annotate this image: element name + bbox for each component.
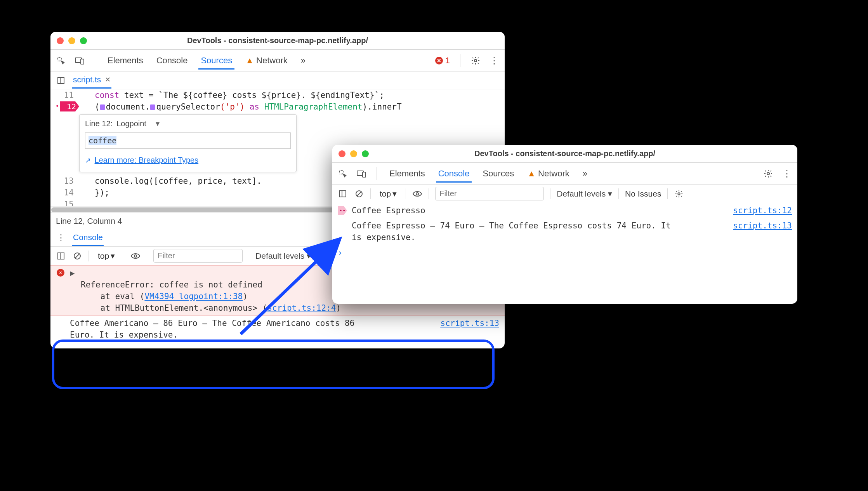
breakpoint-editor: Line 12: Logpoint ▾ coffee ↗ Learn more:… <box>79 114 297 172</box>
bp-expression-input[interactable]: coffee <box>85 132 291 149</box>
property-chip-icon <box>150 104 155 110</box>
bp-line-label: Line 12: <box>85 118 113 129</box>
traffic-lights <box>57 37 87 44</box>
panel-tabs: Elements Console Sources ▲ Network » ✕ 1… <box>50 50 505 71</box>
log-source-link[interactable]: script.ts:13 <box>733 221 792 230</box>
file-tab-close-icon[interactable]: ✕ <box>105 75 111 84</box>
more-tabs[interactable]: » <box>299 52 308 70</box>
device-toolbar-icon[interactable] <box>356 169 366 179</box>
more-tabs[interactable]: » <box>580 165 590 183</box>
log-levels-dropdown[interactable]: Default levels ▾ <box>557 189 612 198</box>
logpoint-marker[interactable]: 12 <box>60 101 79 111</box>
kebab-menu-icon[interactable]: ⋮ <box>489 56 499 66</box>
clear-console-icon[interactable] <box>354 189 364 199</box>
logpoint-text: Coffee Espresso <box>352 205 425 216</box>
gutter-line-15[interactable]: 15 <box>50 198 79 206</box>
gutter-line-12[interactable]: •• 12 <box>50 101 79 112</box>
tab-sources[interactable]: Sources <box>198 52 234 70</box>
tab-elements[interactable]: Elements <box>387 165 427 183</box>
traffic-lights <box>339 150 369 157</box>
context-selector[interactable]: top ▾ <box>377 188 399 200</box>
kebab-menu-icon[interactable]: ⋮ <box>782 169 792 179</box>
live-expression-icon[interactable] <box>412 189 422 199</box>
kebab-menu-icon[interactable]: ⋮ <box>56 233 66 243</box>
warning-icon: ▲ <box>245 56 254 65</box>
svg-line-19 <box>357 192 361 196</box>
bp-type-dropdown[interactable]: Logpoint ▾ <box>116 118 160 129</box>
console-logpoint-row[interactable]: •• Coffee Espresso script.ts:12 <box>332 203 797 218</box>
stack-link-script[interactable]: script.ts:12:4 <box>267 303 336 313</box>
drawer-tab-console[interactable]: Console <box>72 230 104 246</box>
error-body: ReferenceError: coffee is not defined at… <box>81 267 341 314</box>
code-line-14: }); <box>79 187 109 198</box>
inspect-element-icon[interactable] <box>56 56 66 66</box>
file-tab-strip: script.ts ✕ <box>50 71 505 89</box>
close-window-button[interactable] <box>57 37 64 44</box>
svg-point-3 <box>474 59 477 62</box>
zoom-window-button[interactable] <box>362 150 369 157</box>
external-link-icon: ↗ <box>85 157 91 164</box>
panel-tabs: Elements Console Sources ▲ Network » ⋮ <box>332 163 797 185</box>
property-chip-icon <box>100 104 105 110</box>
gutter-line-14[interactable]: 14 <box>50 187 79 198</box>
tab-console[interactable]: Console <box>436 165 472 183</box>
tab-elements[interactable]: Elements <box>105 52 146 70</box>
bp-learn-more-link[interactable]: Learn more: Breakpoint Types <box>95 156 199 164</box>
close-window-button[interactable] <box>339 150 345 157</box>
tab-network[interactable]: ▲ Network <box>525 165 572 183</box>
devtools-window-console: DevTools - consistent-source-map-pc.netl… <box>332 145 797 304</box>
code-line-13: console.log([coffee, price, text]. <box>79 175 262 187</box>
settings-icon[interactable] <box>470 56 481 66</box>
issues-button[interactable]: No Issues <box>625 189 661 198</box>
gutter-line-11[interactable]: 11 <box>50 89 79 101</box>
svg-rect-6 <box>58 253 64 259</box>
console-input[interactable]: › <box>332 245 797 261</box>
minimize-window-button[interactable] <box>68 37 75 44</box>
console-log-row[interactable]: Coffee Espresso – 74 Euro – The Coffee E… <box>332 218 797 245</box>
sidebar-toggle-icon[interactable] <box>56 251 66 261</box>
navigator-toggle-icon[interactable] <box>56 75 66 85</box>
titlebar: DevTools - consistent-source-map-pc.netl… <box>332 145 797 163</box>
gutter-line-13[interactable]: 13 <box>50 175 79 187</box>
minimize-window-button[interactable] <box>350 150 357 157</box>
expand-icon[interactable]: ▶ <box>70 267 76 279</box>
log-levels-dropdown[interactable]: Default levels ▾ <box>255 251 311 261</box>
clear-console-icon[interactable] <box>72 251 82 261</box>
svg-rect-16 <box>340 191 346 197</box>
console-settings-icon[interactable] <box>674 189 684 199</box>
file-tab-script-ts[interactable]: script.ts ✕ <box>72 72 111 89</box>
inspect-element-icon[interactable] <box>338 169 348 179</box>
live-expression-icon[interactable] <box>130 251 141 261</box>
console-filter-input[interactable] <box>153 249 243 263</box>
context-selector[interactable]: top ▾ <box>95 250 118 262</box>
chevron-down-icon: ▾ <box>608 189 612 198</box>
tab-separator <box>95 54 95 67</box>
window-title: DevTools - consistent-source-map-pc.netl… <box>332 149 797 158</box>
svg-rect-14 <box>363 172 366 177</box>
bp-learn-more: ↗ Learn more: Breakpoint Types <box>85 154 291 166</box>
zoom-window-button[interactable] <box>80 37 87 44</box>
console-log-row[interactable]: Coffee Americano – 86 Euro – The Coffee … <box>50 316 505 342</box>
tab-sources[interactable]: Sources <box>480 165 516 183</box>
code-line-15 <box>79 198 95 206</box>
warning-icon: ▲ <box>527 169 536 178</box>
console-filter-input[interactable] <box>435 187 544 200</box>
log-source-link[interactable]: script.ts:13 <box>440 319 499 328</box>
svg-line-9 <box>75 254 80 258</box>
log-text: Coffee Americano – 86 Euro – The Coffee … <box>70 317 365 341</box>
sidebar-toggle-icon[interactable] <box>338 189 348 199</box>
scrollbar-thumb[interactable] <box>51 207 347 212</box>
tab-console[interactable]: Console <box>154 52 190 70</box>
logpoint-source-link[interactable]: script.ts:12 <box>733 206 792 215</box>
error-icon: ✕ <box>435 57 443 64</box>
chevron-down-icon: ▾ <box>111 251 115 261</box>
settings-icon[interactable] <box>763 169 773 179</box>
tab-network[interactable]: ▲ Network <box>243 52 290 70</box>
error-counter[interactable]: ✕ 1 <box>435 56 450 66</box>
device-toolbar-icon[interactable] <box>75 56 85 66</box>
svg-rect-2 <box>81 59 84 64</box>
svg-point-10 <box>134 255 137 257</box>
stack-link-vm[interactable]: VM4394 logpoint:1:38 <box>144 292 243 301</box>
file-tab-label: script.ts <box>73 75 101 84</box>
svg-point-21 <box>678 193 681 195</box>
